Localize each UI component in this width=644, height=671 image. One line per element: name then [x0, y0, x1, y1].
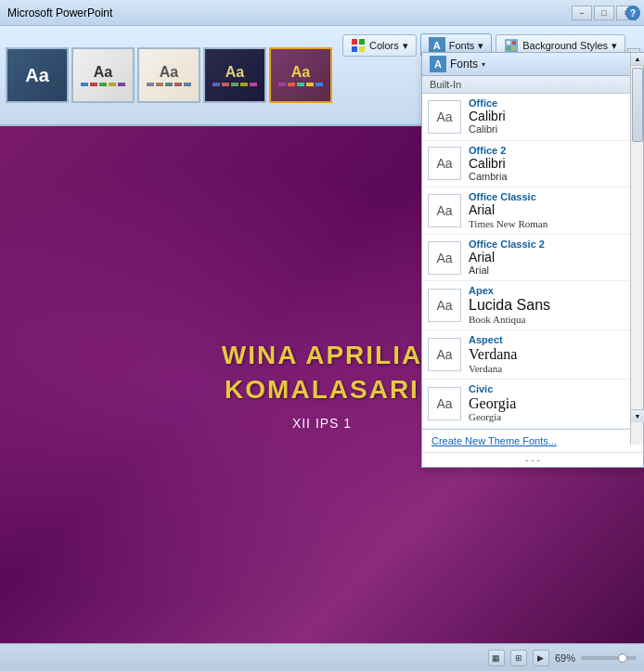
svg-rect-6 [512, 41, 516, 45]
font-heading: Calibri [469, 157, 508, 171]
svg-rect-0 [352, 39, 357, 45]
font-name: Office [469, 97, 506, 109]
fonts-bar-arrow: ▾ [482, 60, 485, 69]
fonts-label: Fonts [449, 40, 475, 51]
status-right: ▦ ⊞ ▶ 69% [488, 650, 637, 666]
background-styles-icon [504, 38, 519, 53]
font-heading: Verdana [469, 346, 517, 363]
font-item-info: Civic Georgia Georgia [469, 383, 516, 424]
font-item-aa: Aa [428, 194, 461, 227]
font-body: Book Antiqua [469, 314, 550, 326]
view-slideshow-icon[interactable]: ▶ [533, 650, 549, 666]
font-body: Georgia [469, 411, 516, 423]
font-item-info: Office Classic 2 Arial Arial [469, 239, 545, 277]
font-item-aa: Aa [428, 241, 461, 275]
fonts-arrow: ▾ [478, 40, 483, 52]
background-styles-label: Background Styles [522, 40, 608, 51]
font-item-info: Aspect Verdana Verdana [469, 334, 517, 375]
font-name: Apex [469, 285, 550, 296]
font-item-civic[interactable]: Aa Civic Georgia Georgia [422, 380, 643, 429]
fonts-bar-icon: A [430, 56, 446, 72]
scrollbar[interactable]: ▲ ▼ [630, 53, 643, 445]
zoom-level: 69% [555, 652, 575, 664]
scrollbar-up-button[interactable]: ▲ [631, 53, 644, 66]
font-name: Office Classic 2 [469, 239, 545, 250]
font-item-aa: Aa [428, 100, 461, 134]
font-item-aspect[interactable]: Aa Aspect Verdana Verdana [422, 330, 643, 380]
slide-title-line1: WINA APRILIA [222, 339, 422, 372]
ribbon: Colors ▾ A Fonts ▾ Background Styles ▾ [0, 26, 644, 126]
font-body: Arial [469, 265, 545, 277]
font-name: Aspect [469, 334, 517, 345]
font-item-aa: Aa [428, 289, 461, 322]
svg-rect-7 [507, 46, 510, 50]
svg-rect-8 [512, 46, 516, 50]
fonts-dropdown: A Fonts ▾ Built-In ▲ ▼ Aa Office Calibri… [421, 52, 644, 468]
svg-rect-3 [359, 46, 365, 52]
font-item-aa: Aa [428, 338, 461, 371]
colors-button[interactable]: Colors ▾ [342, 34, 417, 57]
font-item-office2[interactable]: Aa Office 2 Calibri Cambria [422, 141, 643, 188]
fonts-bar: A Fonts ▾ [422, 53, 643, 76]
font-list: Aa Office Calibri Calibri Aa Office 2 Ca… [422, 94, 643, 429]
dropdown-header-label: Built-In [430, 79, 461, 90]
font-item-info: Office Calibri Calibri [469, 97, 506, 136]
font-item-info: Office Classic Arial Times New Roman [469, 191, 547, 230]
theme-thumb-0[interactable]: Aa [6, 47, 69, 103]
view-normal-icon[interactable]: ▦ [488, 650, 505, 666]
font-heading: Arial [469, 251, 545, 265]
svg-rect-1 [359, 39, 365, 45]
scrollbar-down-button[interactable]: ▼ [631, 409, 644, 422]
font-heading: Arial [469, 203, 547, 217]
slide-title: WINA APRILIA KOMALASARI [222, 339, 422, 406]
font-item-aa: Aa [428, 387, 461, 420]
theme-thumb-1[interactable]: Aa [71, 47, 135, 103]
font-body: Verdana [469, 363, 517, 375]
restore-button[interactable]: □ [594, 6, 614, 20]
font-item-office-classic2[interactable]: Aa Office Classic 2 Arial Arial [422, 235, 643, 282]
font-name: Office Classic [469, 191, 547, 202]
font-item-aa: Aa [428, 147, 461, 180]
font-item-info: Apex Lucida Sans Book Antiqua [469, 285, 550, 326]
font-item-office-classic[interactable]: Aa Office Classic Arial Times New Roman [422, 187, 643, 235]
scrollbar-thumb[interactable] [632, 68, 643, 142]
font-name: Civic [469, 383, 516, 394]
font-heading: Calibri [469, 110, 506, 123]
font-name: Office 2 [469, 145, 508, 156]
font-body: Calibri [469, 123, 506, 135]
font-body: Cambria [469, 171, 508, 183]
svg-rect-2 [352, 46, 357, 52]
dropdown-dots: - - - [422, 452, 643, 467]
zoom-slider[interactable] [581, 656, 637, 660]
colors-label: Colors [369, 40, 399, 51]
svg-rect-5 [507, 41, 510, 45]
theme-thumb-4[interactable]: Aa [269, 47, 332, 103]
minimize-button[interactable]: − [572, 6, 592, 20]
font-body: Times New Roman [469, 218, 547, 230]
status-bar: ▦ ⊞ ▶ 69% [0, 643, 644, 671]
app-title: Microsoft PowerPoint [7, 6, 112, 19]
theme-thumb-3[interactable]: Aa [203, 47, 266, 103]
font-item-office[interactable]: Aa Office Calibri Calibri [422, 94, 643, 141]
font-item-apex[interactable]: Aa Apex Lucida Sans Book Antiqua [422, 281, 643, 330]
font-heading: Georgia [469, 395, 516, 412]
create-new-fonts-button[interactable]: Create New Theme Fonts... [422, 429, 643, 452]
font-heading: Lucida Sans [469, 297, 550, 314]
slide-title-line2: KOMALASARI [222, 373, 422, 406]
zoom-slider-thumb[interactable] [618, 653, 627, 663]
theme-thumb-2[interactable]: Aa [137, 47, 200, 103]
dropdown-header: Built-In [422, 76, 643, 94]
view-slide-sorter-icon[interactable]: ⊞ [510, 650, 527, 666]
font-item-info: Office 2 Calibri Cambria [469, 145, 508, 184]
colors-arrow: ▾ [403, 40, 408, 52]
title-bar: Microsoft PowerPoint − □ × [0, 0, 644, 26]
slide-subtitle: XII IPS 1 [292, 416, 352, 431]
colors-icon [351, 38, 366, 53]
fonts-bar-label: Fonts [450, 58, 478, 71]
help-icon[interactable]: ? [625, 6, 640, 20]
background-styles-arrow: ▾ [612, 40, 617, 52]
